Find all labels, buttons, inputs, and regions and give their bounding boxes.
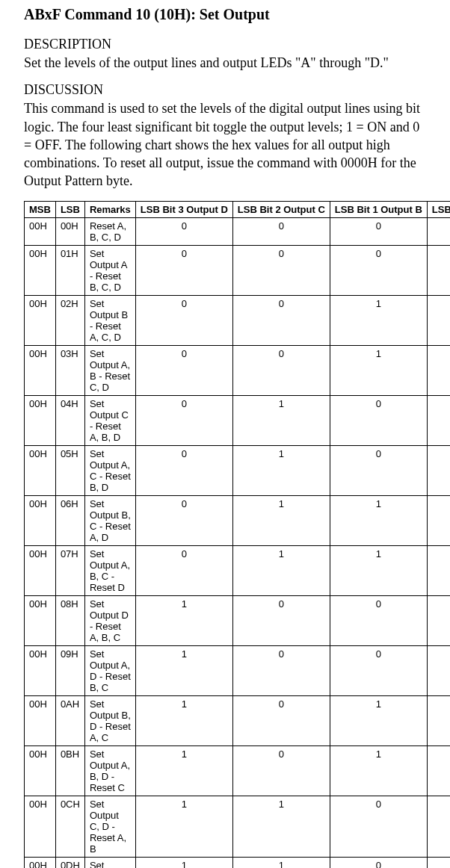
discussion-text: This command is used to set the levels o… <box>24 99 426 190</box>
cell-msb: 00H <box>25 495 56 545</box>
cell-msb: 00H <box>25 295 56 345</box>
cell-remarks: Set Output B, C - Reset A, D <box>84 495 135 545</box>
cell-bit-c: 1 <box>232 545 330 595</box>
cell-bit-b: 0 <box>330 796 427 857</box>
cell-bit-b: 0 <box>330 857 427 868</box>
cell-bit-a: 0 <box>427 217 450 245</box>
table-row: 00H0AHSet Output B, D - Reset A, C1010 <box>25 695 451 745</box>
cell-bit-c: 0 <box>232 245 330 295</box>
cell-bit-b: 1 <box>330 745 427 796</box>
cell-bit-b: 1 <box>330 345 427 395</box>
cell-msb: 00H <box>25 645 56 695</box>
table-row: 00H02HSet Output B - Reset A, C, D0010 <box>25 295 451 345</box>
th-remarks: Remarks <box>84 201 135 217</box>
th-lsb: LSB <box>55 201 84 217</box>
cell-bit-a: 0 <box>427 695 450 745</box>
cell-lsb: 0DH <box>55 857 84 868</box>
cell-msb: 00H <box>25 445 56 495</box>
table-header-row: MSB LSB Remarks LSB Bit 3 Output D LSB B… <box>25 201 451 217</box>
cell-remarks: Set Output A, D - Reset B, C <box>84 645 135 695</box>
cell-lsb: 06H <box>55 495 84 545</box>
cell-remarks: Set Output A, B, C - Reset D <box>84 545 135 595</box>
cell-remarks: Set Output B - Reset A, C, D <box>84 295 135 345</box>
table-row: 00H05HSet Output A, C - Reset B, D0101 <box>25 445 451 495</box>
cell-remarks: Set Output C - Reset A, B, D <box>84 395 135 445</box>
cell-msb: 00H <box>25 595 56 645</box>
cell-bit-b: 1 <box>330 545 427 595</box>
cell-bit-c: 0 <box>232 595 330 645</box>
cell-bit-a: 1 <box>427 445 450 495</box>
cell-msb: 00H <box>25 857 56 868</box>
cell-bit-d: 0 <box>135 495 232 545</box>
cell-bit-b: 1 <box>330 695 427 745</box>
cell-remarks: Set Output A, B, D - Reset C <box>84 745 135 796</box>
cell-remarks: Set Output A, C, D - Reset B <box>84 857 135 868</box>
cell-bit-d: 0 <box>135 395 232 445</box>
cell-bit-d: 1 <box>135 645 232 695</box>
cell-bit-b: 0 <box>330 395 427 445</box>
cell-remarks: Set Output A, C - Reset B, D <box>84 445 135 495</box>
cell-bit-d: 1 <box>135 745 232 796</box>
cell-lsb: 0AH <box>55 695 84 745</box>
cell-lsb: 09H <box>55 645 84 695</box>
cell-bit-a: 1 <box>427 245 450 295</box>
th-bit1: LSB Bit 1 Output B <box>330 201 427 217</box>
cell-bit-b: 1 <box>330 295 427 345</box>
table-row: 00H03HSet Output A, B - Reset C, D0011 <box>25 345 451 395</box>
cell-bit-d: 0 <box>135 295 232 345</box>
cell-bit-c: 0 <box>232 695 330 745</box>
cell-bit-a: 0 <box>427 796 450 857</box>
cell-lsb: 07H <box>55 545 84 595</box>
cell-remarks: Set Output C, D - Reset A, B <box>84 796 135 857</box>
cell-bit-d: 0 <box>135 217 232 245</box>
cell-bit-d: 0 <box>135 245 232 295</box>
cell-bit-c: 1 <box>232 796 330 857</box>
cell-remarks: Reset A, B, C, D <box>84 217 135 245</box>
cell-remarks: Set Output A - Reset B, C, D <box>84 245 135 295</box>
cell-lsb: 03H <box>55 345 84 395</box>
cell-msb: 00H <box>25 545 56 595</box>
cell-bit-c: 0 <box>232 645 330 695</box>
cell-bit-a: 0 <box>427 495 450 545</box>
discussion-heading: DISCUSSION <box>24 82 426 98</box>
table-row: 00H00HReset A, B, C, D0000 <box>25 217 451 245</box>
cell-lsb: 00H <box>55 217 84 245</box>
cell-remarks: Set Output D - Reset A, B, C <box>84 595 135 645</box>
cell-bit-b: 0 <box>330 245 427 295</box>
table-row: 00H08HSet Output D - Reset A, B, C1000 <box>25 595 451 645</box>
cell-lsb: 02H <box>55 295 84 345</box>
table-row: 00H07HSet Output A, B, C - Reset D0111 <box>25 545 451 595</box>
cell-msb: 00H <box>25 745 56 796</box>
page: ABxF Command 10 (10H): Set Output DESCRI… <box>0 0 450 868</box>
cell-remarks: Set Output A, B - Reset C, D <box>84 345 135 395</box>
cell-lsb: 05H <box>55 445 84 495</box>
cell-msb: 00H <box>25 217 56 245</box>
cell-bit-b: 0 <box>330 445 427 495</box>
description-text: Set the levels of the output lines and o… <box>24 54 426 72</box>
cell-msb: 00H <box>25 695 56 745</box>
cell-bit-c: 1 <box>232 395 330 445</box>
page-title: ABxF Command 10 (10H): Set Output <box>24 6 426 23</box>
cell-bit-d: 1 <box>135 695 232 745</box>
cell-lsb: 08H <box>55 595 84 645</box>
cell-bit-b: 0 <box>330 595 427 645</box>
cell-lsb: 01H <box>55 245 84 295</box>
cell-bit-c: 1 <box>232 495 330 545</box>
cell-bit-d: 1 <box>135 857 232 868</box>
cell-bit-d: 1 <box>135 595 232 645</box>
table-row: 00H0DHSet Output A, C, D - Reset B1101 <box>25 857 451 868</box>
cell-lsb: 0BH <box>55 745 84 796</box>
cell-lsb: 04H <box>55 395 84 445</box>
cell-msb: 00H <box>25 796 56 857</box>
cell-remarks: Set Output B, D - Reset A, C <box>84 695 135 745</box>
cell-bit-a: 1 <box>427 857 450 868</box>
table-row: 00H09HSet Output A, D - Reset B, C1001 <box>25 645 451 695</box>
table-row: 00H0CHSet Output C, D - Reset A, B1100 <box>25 796 451 857</box>
cell-bit-c: 0 <box>232 345 330 395</box>
cell-bit-b: 1 <box>330 495 427 545</box>
cell-bit-d: 0 <box>135 445 232 495</box>
cell-bit-a: 1 <box>427 545 450 595</box>
cell-bit-b: 0 <box>330 645 427 695</box>
cell-msb: 00H <box>25 245 56 295</box>
cell-bit-d: 0 <box>135 345 232 395</box>
